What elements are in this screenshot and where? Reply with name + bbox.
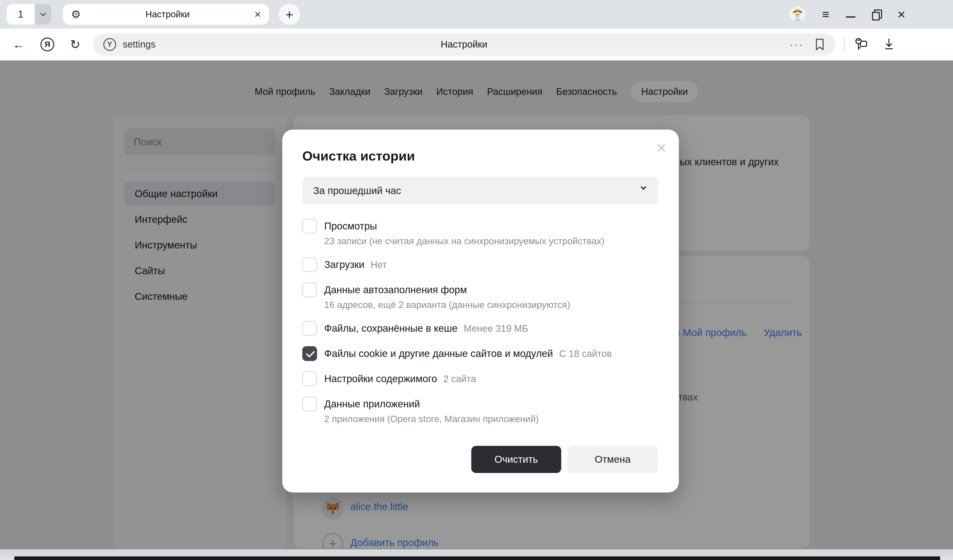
period-select[interactable]: За прошедший час (302, 177, 658, 204)
option-sub: 16 адресов, ещё 2 варианта (данные синхр… (324, 298, 570, 311)
toolbar: ← Я ↻ Y settings Настройки ··· (0, 29, 953, 60)
option-row-app-data: Данные приложений 2 приложения (Opera st… (302, 397, 658, 425)
option-row-downloads: ЗагрузкиНет (302, 257, 658, 273)
tab-group-chevron-icon[interactable] (35, 4, 51, 25)
option-label: Просмотры (324, 220, 377, 232)
user-avatar[interactable] (790, 6, 806, 22)
option-row-cache: Файлы, сохранённые в кешеМенее 319 МБ (302, 321, 658, 337)
restore-icon[interactable] (872, 9, 881, 19)
checkbox-cookies[interactable] (302, 346, 317, 361)
page-content: Мой профиль Закладки Загрузки История Ра… (0, 60, 953, 549)
tab-title: Настройки (81, 9, 255, 20)
gear-icon: ⚙ (71, 8, 81, 21)
screen-edge (14, 557, 940, 560)
more-icon[interactable]: ··· (790, 38, 804, 51)
option-sub: 23 записи (не считая данных на синхрониз… (324, 234, 604, 248)
option-label: Файлы, сохранённые в кеше (324, 323, 458, 334)
option-label: Загрузки (324, 259, 365, 270)
checkbox-app-data[interactable] (302, 397, 317, 411)
checkbox-autofill[interactable] (302, 283, 317, 297)
option-label: Данные приложений (324, 398, 420, 410)
menu-icon[interactable]: ≡ (822, 7, 829, 22)
option-label: Настройки содержимого (324, 373, 437, 384)
tab-group[interactable]: 1 (7, 4, 51, 25)
browser-window: 1 ⚙ Настройки × + ≡ (0, 0, 953, 560)
checkbox-browsing[interactable] (302, 219, 317, 234)
window-controls: ≡ × (790, 6, 953, 22)
option-label: Файлы cookie и другие данные сайтов и мо… (324, 348, 553, 359)
yandex-logo-icon[interactable]: Я (40, 37, 54, 51)
option-row-content-settings: Настройки содержимого2 сайта (302, 371, 658, 387)
dialog-title: Очистка истории (302, 130, 658, 164)
minimize-icon[interactable] (846, 16, 855, 18)
toolbar-divider (844, 37, 845, 52)
back-icon[interactable]: ← (12, 37, 25, 52)
passwords-icon[interactable] (853, 37, 869, 52)
option-value: Нет (371, 260, 387, 270)
dialog-close-icon[interactable]: × (657, 139, 666, 156)
bookmark-icon[interactable] (815, 38, 825, 51)
reload-icon[interactable]: ↻ (70, 37, 81, 52)
page-title: Настройки (93, 39, 835, 50)
window-bottom-frame (0, 549, 953, 557)
tab-strip: 1 ⚙ Настройки × + ≡ (0, 0, 953, 29)
option-label: Данные автозаполнения форм (324, 284, 467, 295)
option-row-browsing: Просмотры 23 записи (не считая данных на… (302, 219, 658, 248)
avatar-girl-icon (790, 6, 806, 22)
option-value: 2 сайта (443, 374, 476, 384)
clear-history-dialog: × Очистка истории За прошедший час Просм… (282, 130, 679, 492)
clear-options-list: Просмотры 23 записи (не считая данных на… (302, 219, 658, 425)
downloads-icon[interactable] (883, 38, 895, 51)
tab-close-icon[interactable]: × (255, 8, 261, 21)
checkbox-content-settings[interactable] (302, 371, 317, 386)
option-row-autofill: Данные автозаполнения форм 16 адресов, е… (302, 283, 658, 311)
chevron-down-icon (40, 10, 46, 16)
option-sub: 2 приложения (Opera store, Магазин прило… (324, 412, 539, 425)
checkbox-downloads[interactable] (302, 257, 317, 272)
option-row-cookies: Файлы cookie и другие данные сайтов и мо… (302, 346, 658, 362)
tab-group-count[interactable]: 1 (7, 4, 35, 25)
checkbox-cache[interactable] (302, 321, 317, 336)
period-select-value: За прошедший час (313, 185, 401, 196)
new-tab-button[interactable]: + (279, 4, 300, 25)
cancel-button[interactable]: Отмена (567, 446, 658, 473)
chevron-down-icon (641, 184, 646, 190)
option-value: Менее 319 МБ (464, 323, 528, 334)
clear-button[interactable]: Очистить (471, 446, 561, 473)
active-tab[interactable]: ⚙ Настройки × (63, 4, 269, 25)
option-value: С 18 сайтов (559, 348, 612, 359)
address-bar[interactable]: Y settings Настройки ··· (93, 33, 835, 56)
window-close-icon[interactable]: × (897, 8, 905, 21)
